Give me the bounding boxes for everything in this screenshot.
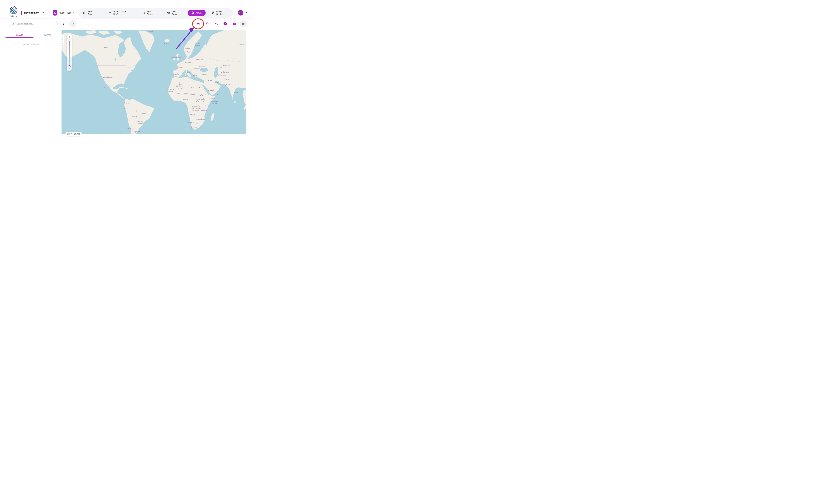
validate-button[interactable]	[222, 20, 229, 27]
chevron-down-icon	[43, 12, 46, 14]
bug-play-icon	[167, 11, 170, 15]
layers-button[interactable]	[194, 20, 202, 27]
map-scale-indicator: 1:93.7M	[65, 132, 82, 136]
folder-code-icon	[83, 11, 86, 15]
map-country-label: Républiquedémocratiquedu Congo	[191, 106, 200, 111]
map-country-label: Tchad تشاد	[190, 94, 198, 96]
nav-pill-background	[78, 8, 233, 18]
map-country-label: Suomi /Finland	[195, 42, 200, 46]
map-country-label: Chile	[127, 127, 131, 129]
world-map: NunaatCanadaÍslandNorgeSverigeSuomi /Fin…	[61, 30, 247, 134]
map-country-label: عمان	[217, 93, 220, 95]
map-country-label: Angola	[190, 113, 195, 115]
map-country-label: Nunaat	[148, 30, 153, 32]
map-country-label: Türkiye	[201, 74, 207, 76]
map-country-label: ليبيا	[191, 87, 193, 88]
divider-bar	[21, 11, 22, 15]
katalyst-logo-text: Katalyst	[10, 15, 17, 17]
zoom-in-button[interactable]: +	[67, 35, 72, 39]
map-country-label: Norge	[185, 48, 189, 49]
map-country-label: Қазақстан	[223, 65, 230, 66]
map-country-label: United States	[103, 76, 112, 78]
map-country-label: Türkmenistan	[217, 74, 226, 76]
map-country-label: España	[173, 73, 179, 75]
map-country-label: مصر	[199, 86, 202, 88]
nav-test-cases[interactable]: Test Cases	[83, 10, 95, 16]
checklist-icon	[142, 11, 145, 15]
map-country-label: Brasil	[142, 113, 146, 115]
nav-label: Test Runs	[171, 10, 178, 16]
sparkles-icon	[109, 11, 112, 15]
map-country-label: Sverige	[187, 51, 192, 53]
nav-project-settings[interactable]: Project Settings	[212, 10, 226, 16]
user-chevron-down-icon[interactable]	[245, 12, 247, 14]
nav-label: Test Cases	[88, 10, 95, 16]
download-icon	[214, 22, 218, 26]
katalyst-logo-icon	[9, 6, 18, 15]
zoom-out-button[interactable]: −	[67, 66, 72, 71]
nav-test-plans[interactable]: Test Plans	[142, 10, 153, 16]
tab-layers[interactable]: Layers	[34, 32, 61, 38]
map-country-label: India	[234, 91, 238, 93]
nav-label: Project Settings	[216, 10, 226, 16]
map-country-label: Argentina	[133, 131, 140, 133]
ruler-icon	[67, 133, 70, 135]
map-country-label: افغانستان	[223, 79, 229, 81]
map-canvas[interactable]: NunaatCanadaÍslandNorgeSverigeSuomi /Fin…	[61, 30, 247, 134]
map-country-label: Colombia	[124, 102, 130, 104]
basemap-icon	[205, 22, 209, 26]
search-icon	[11, 22, 15, 25]
basemap-button[interactable]	[203, 20, 211, 27]
zoom-slider-track[interactable]	[69, 41, 70, 67]
panel-drag-handle[interactable]	[61, 35, 64, 45]
map-country-label: Беларусь	[196, 58, 203, 60]
layers-icon	[196, 22, 200, 26]
database-icon	[191, 11, 194, 14]
download-button[interactable]	[213, 20, 220, 27]
map-country-label: Deutschland	[183, 61, 191, 63]
divider-bar	[50, 11, 50, 15]
user-avatar[interactable]: GO	[238, 10, 244, 16]
map-scale-value: 1:93.7M	[71, 133, 80, 135]
tab-details[interactable]: Details	[5, 32, 34, 38]
nav-label: AI Test Case Drafts	[113, 10, 128, 16]
map-country-label: Namibia	[188, 122, 194, 123]
compare-button[interactable]	[231, 20, 238, 27]
map-country-label: Mali	[177, 92, 179, 94]
map-country-label: México	[103, 87, 108, 89]
map-country-label: ايران	[215, 81, 219, 83]
katalyst-logo[interactable]: Katalyst	[9, 6, 19, 17]
map-country-label: Paraguay /Paraguái	[136, 120, 143, 124]
tabs-divider	[0, 38, 61, 38]
map-country-label: Moçambique	[196, 118, 205, 120]
search-input[interactable]	[16, 22, 55, 25]
nav-label: ADMS	[195, 12, 202, 14]
org-selector[interactable]: A Altice - Test	[53, 10, 75, 16]
header-corner	[247, 15, 251, 18]
check-circle-icon	[223, 22, 227, 26]
gear-icon	[212, 11, 215, 15]
map-country-label: South Africa	[190, 127, 199, 129]
map-country-label: Mauritanieموريتانيا	[167, 89, 174, 92]
chevron-up-icon	[73, 12, 75, 13]
favorite-button[interactable]	[240, 20, 247, 27]
map-country-label: Ísland	[164, 43, 168, 45]
nav-adms-active[interactable]: ADMS	[187, 10, 206, 16]
nav-test-runs[interactable]: Test Runs	[167, 10, 178, 16]
nav-ai-test-case-drafts[interactable]: AI Test Case Drafts	[109, 10, 128, 16]
map-country-label: Ελλάς	[193, 74, 197, 76]
map-country-label: Bolivia	[132, 115, 137, 117]
map-country-label: Canada	[103, 47, 108, 49]
forward-button[interactable]	[69, 20, 76, 27]
map-country-label: السعودية	[208, 89, 214, 91]
map-country-label: Italia	[187, 72, 190, 74]
map-country-label: Tanzania	[201, 109, 208, 111]
map-country-label: South Sudanجنوب السودان	[196, 98, 206, 102]
org-avatar: A	[53, 10, 57, 16]
back-button[interactable]	[60, 20, 67, 27]
map-country-label: العراق	[208, 80, 212, 81]
nav-label: Test Plans	[147, 10, 153, 16]
compare-split-icon	[232, 22, 236, 26]
header: Katalyst Development A Altice - Test Tes…	[0, 0, 252, 18]
environment-selector[interactable]: Development	[24, 11, 46, 14]
